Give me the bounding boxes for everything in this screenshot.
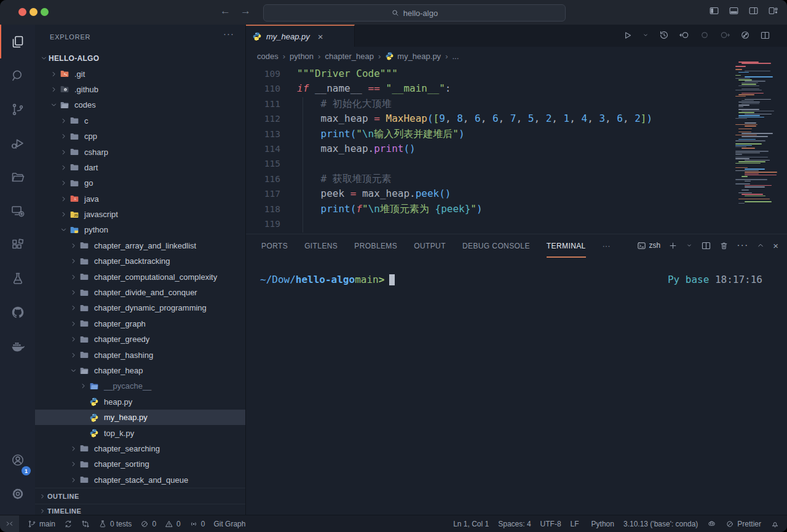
layout-panel-icon[interactable] bbox=[729, 6, 739, 16]
minimap[interactable] bbox=[735, 62, 783, 206]
kill-terminal[interactable] bbox=[719, 241, 729, 250]
activity-testing[interactable] bbox=[0, 261, 35, 295]
status-remote-indicator[interactable] bbox=[0, 515, 19, 532]
code-line[interactable]: 109"""Driver Code""" bbox=[246, 66, 732, 81]
tree-item-my-heap-py[interactable]: my_heap.py bbox=[35, 410, 245, 425]
tree-item-chapter-sorting[interactable]: chapter_sorting bbox=[35, 456, 245, 472]
terminal[interactable]: ~/Dow/hello-algo main > Py base 18:17:16 bbox=[246, 258, 787, 515]
panel-tab-output[interactable]: OUTPUT bbox=[414, 234, 446, 258]
zoom-window-button[interactable] bbox=[41, 8, 49, 16]
tree-item-chapter-divide-and-conquer[interactable]: chapter_divide_and_conquer bbox=[35, 285, 245, 300]
close-window-button[interactable] bbox=[18, 8, 26, 16]
status-python-interpreter[interactable]: 3.10.13 ('base': conda) bbox=[623, 515, 698, 532]
status-encoding[interactable]: UTF-8 bbox=[540, 515, 561, 532]
status-git-graph[interactable]: Git Graph bbox=[213, 515, 245, 532]
activity-extensions[interactable] bbox=[0, 228, 35, 261]
breadcrumb-item-python[interactable]: python bbox=[290, 52, 314, 61]
chevron-down-small-icon[interactable] bbox=[642, 31, 649, 39]
status-gitlens-compare[interactable] bbox=[81, 515, 90, 532]
tree-item-chapter-greedy[interactable]: chapter_greedy bbox=[35, 332, 245, 347]
status-cursor-position[interactable]: Ln 1, Col 1 bbox=[453, 515, 489, 532]
tree-item-hello-algo[interactable]: HELLO-ALGO bbox=[35, 50, 245, 66]
status-language-mode[interactable]: Python bbox=[588, 515, 614, 532]
tree-item-chapter-array-and-linkedlist[interactable]: chapter_array_and_linkedlist bbox=[35, 238, 245, 253]
tree-item-chapter-hashing[interactable]: chapter_hashing bbox=[35, 347, 245, 362]
status-copilot[interactable] bbox=[707, 515, 716, 532]
tree-item--git[interactable]: .git bbox=[35, 66, 245, 81]
code-line[interactable]: 117 peek = max_heap.peek() bbox=[246, 186, 732, 201]
split-icon[interactable] bbox=[760, 30, 770, 41]
breadcrumb-item-chapter-heap[interactable]: chapter_heap bbox=[325, 52, 374, 61]
status-warnings[interactable]: 0 bbox=[165, 515, 181, 532]
breadcrumb-item--[interactable]: ... bbox=[452, 52, 459, 61]
tree-item-chapter-graph[interactable]: chapter_graph bbox=[35, 316, 245, 332]
code-line[interactable]: 116 # 获取堆顶元素 bbox=[246, 172, 732, 186]
new-terminal[interactable] bbox=[668, 241, 678, 250]
shell-picker[interactable]: zsh bbox=[637, 241, 661, 250]
panel-more-tabs[interactable]: ··· bbox=[603, 234, 611, 258]
tree-item-heap-py[interactable]: heap.py bbox=[35, 394, 245, 410]
tree-item-top-k-py[interactable]: top_k.py bbox=[35, 425, 245, 440]
status-notifications[interactable] bbox=[770, 515, 780, 532]
explorer-more-actions-icon[interactable]: ··· bbox=[223, 28, 234, 39]
code-line[interactable]: 112 max_heap = MaxHeap([9, 8, 6, 6, 7, 5… bbox=[246, 111, 732, 126]
panel-tab-ports[interactable]: PORTS bbox=[261, 234, 288, 258]
tree-item-c[interactable]: c bbox=[35, 113, 245, 129]
outline-section[interactable]: OUTLINE bbox=[35, 488, 245, 504]
maximize-panel[interactable] bbox=[756, 241, 765, 250]
activity-search[interactable] bbox=[0, 58, 35, 92]
minimize-window-button[interactable] bbox=[30, 8, 38, 16]
status-prettier[interactable]: Prettier bbox=[726, 515, 761, 532]
activity-folders[interactable] bbox=[0, 160, 35, 194]
tab-close-icon[interactable]: × bbox=[318, 31, 323, 42]
tree-item-chapter-backtracking[interactable]: chapter_backtracking bbox=[35, 253, 245, 269]
tree-item-chapter-dynamic-programming[interactable]: chapter_dynamic_programming bbox=[35, 300, 245, 316]
activity-docker[interactable] bbox=[0, 329, 35, 363]
activity-accounts[interactable]: 1 bbox=[0, 443, 35, 477]
layout-customize-icon[interactable] bbox=[768, 6, 778, 16]
nav-circle-icon[interactable] bbox=[699, 30, 710, 41]
run-icon[interactable] bbox=[622, 30, 633, 41]
panel-tab-terminal[interactable]: TERMINAL bbox=[547, 234, 586, 258]
graph-icon[interactable] bbox=[740, 30, 751, 41]
breadcrumb-item-my-heap-py[interactable]: my_heap.py bbox=[385, 51, 441, 61]
layout-sidebar-left-icon[interactable] bbox=[709, 6, 719, 16]
activity-settings[interactable] bbox=[0, 477, 35, 510]
status-git-sync[interactable] bbox=[64, 515, 73, 532]
activity-run-debug[interactable] bbox=[0, 126, 35, 160]
status-feedback[interactable]: 0 bbox=[189, 515, 205, 532]
breadcrumb-item-codes[interactable]: codes bbox=[257, 52, 279, 61]
tree-item-codes[interactable]: codes bbox=[35, 97, 245, 113]
tree-item-chapter-heap[interactable]: chapter_heap bbox=[35, 363, 245, 378]
code-line[interactable]: 113 print("\n输入列表并建堆后") bbox=[246, 127, 732, 141]
tree-item-chapter-computational-complexity[interactable]: chapter_computational_complexity bbox=[35, 269, 245, 284]
nav-forward-icon[interactable]: → bbox=[240, 5, 251, 17]
nav-forward-icon[interactable] bbox=[719, 30, 730, 41]
tree-item--github[interactable]: .github bbox=[35, 82, 245, 97]
tree-item--pycache-[interactable]: __pycache__ bbox=[35, 378, 245, 394]
activity-remote-explorer[interactable] bbox=[0, 194, 35, 228]
layout-sidebar-right-icon[interactable] bbox=[748, 6, 759, 16]
tree-item-javascript[interactable]: JSjavascript bbox=[35, 207, 245, 222]
terminal-launch-profile[interactable] bbox=[686, 242, 693, 249]
code-line[interactable]: 110if __name__ == "__main__": bbox=[246, 81, 732, 96]
code-line[interactable]: 118 print(f"\n堆顶元素为 {peek}") bbox=[246, 202, 732, 216]
tree-item-python[interactable]: python bbox=[35, 222, 245, 237]
history-icon[interactable] bbox=[658, 30, 670, 41]
code-line[interactable]: 114 max_heap.print() bbox=[246, 141, 732, 156]
close-panel[interactable]: × bbox=[773, 240, 778, 251]
split-terminal[interactable] bbox=[701, 240, 711, 251]
status-eol[interactable]: LF bbox=[571, 515, 579, 532]
tree-item-dart[interactable]: dart bbox=[35, 160, 245, 175]
tree-item-chapter-searching[interactable]: chapter_searching bbox=[35, 441, 245, 456]
panel-tab-debug-console[interactable]: DEBUG CONSOLE bbox=[462, 234, 530, 258]
activity-github[interactable] bbox=[0, 295, 35, 329]
command-center-search[interactable]: hello-algo bbox=[263, 4, 566, 22]
activity-explorer[interactable] bbox=[0, 25, 35, 58]
code-line[interactable]: 119 bbox=[246, 216, 732, 231]
status-git-branch[interactable]: main bbox=[28, 515, 55, 532]
code-editor[interactable]: 109"""Driver Code"""110if __name__ == "_… bbox=[246, 66, 732, 234]
status-indentation[interactable]: Spaces: 4 bbox=[498, 515, 531, 532]
tree-item-chapter-stack-and-queue[interactable]: chapter_stack_and_queue bbox=[35, 472, 245, 488]
terminal-more-actions[interactable]: ··· bbox=[737, 240, 748, 251]
